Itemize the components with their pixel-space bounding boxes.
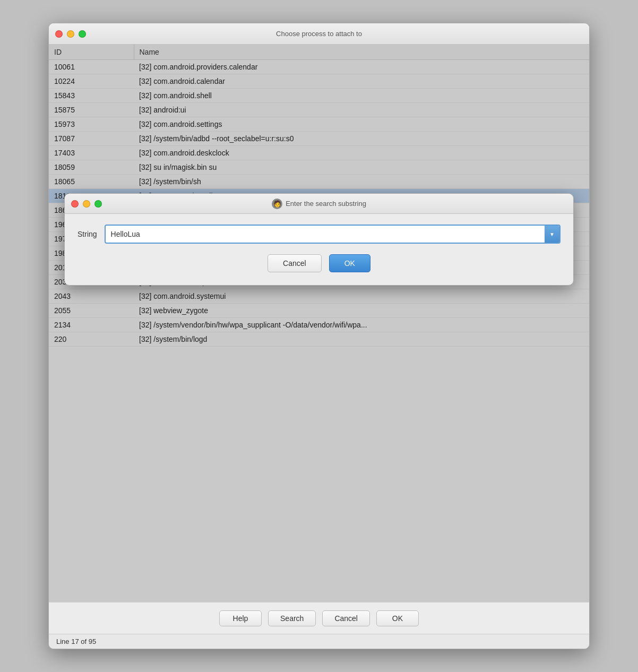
- string-label: String: [77, 230, 97, 238]
- chevron-down-icon: ▼: [549, 231, 555, 237]
- main-window: Choose process to attach to ID Name 1006…: [48, 23, 590, 649]
- modal-overlay: 🧑 Enter the search substring String ▼: [49, 45, 589, 602]
- string-input-container: ▼: [105, 225, 561, 244]
- ok-button[interactable]: OK: [376, 610, 419, 626]
- traffic-lights: [55, 30, 86, 38]
- table-container[interactable]: ID Name 10061[32] com.android.providers.…: [49, 45, 589, 602]
- modal-buttons: Cancel OK: [77, 254, 561, 272]
- help-button[interactable]: Help: [219, 610, 262, 626]
- string-input[interactable]: [106, 227, 545, 242]
- modal-traffic-lights: [71, 200, 102, 208]
- search-dialog: 🧑 Enter the search substring String ▼: [64, 193, 574, 286]
- modal-maximize-button[interactable]: [94, 200, 102, 208]
- modal-title-text: 🧑 Enter the search substring: [272, 199, 366, 209]
- dropdown-button[interactable]: ▼: [545, 226, 559, 243]
- maximize-button[interactable]: [79, 30, 86, 38]
- modal-ok-button[interactable]: OK: [329, 254, 370, 272]
- main-title-bar: Choose process to attach to: [49, 23, 589, 45]
- search-button[interactable]: Search: [268, 610, 316, 626]
- modal-input-row: String ▼: [77, 225, 561, 244]
- close-button[interactable]: [55, 30, 63, 38]
- modal-icon: 🧑: [272, 199, 282, 209]
- status-text: Line 17 of 95: [56, 637, 96, 645]
- main-window-title: Choose process to attach to: [276, 30, 362, 38]
- modal-close-button[interactable]: [71, 200, 79, 208]
- status-bar: Line 17 of 95: [49, 634, 589, 649]
- modal-title-bar: 🧑 Enter the search substring: [65, 194, 573, 214]
- modal-minimize-button[interactable]: [83, 200, 90, 208]
- cancel-button[interactable]: Cancel: [322, 610, 370, 626]
- modal-body: String ▼ Cancel OK: [65, 214, 573, 285]
- bottom-toolbar: Help Search Cancel OK: [49, 602, 589, 634]
- minimize-button[interactable]: [67, 30, 74, 38]
- modal-cancel-button[interactable]: Cancel: [268, 254, 322, 272]
